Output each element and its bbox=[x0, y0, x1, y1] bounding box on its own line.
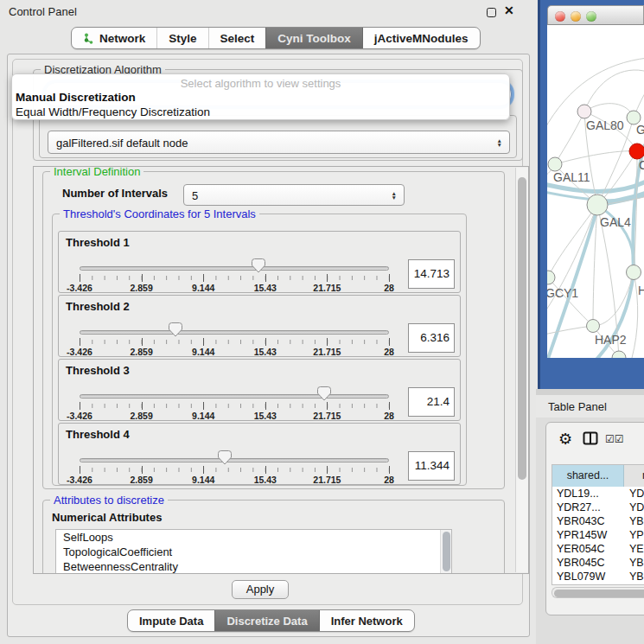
algorithm-dropdown-popup: Select algorithm to view settings Manual… bbox=[11, 73, 510, 120]
slider-ticks bbox=[80, 338, 389, 346]
network-icon bbox=[83, 33, 94, 44]
scrollbar-thumb[interactable] bbox=[518, 177, 526, 480]
table-toolbar: ⚙ ☑☑ bbox=[546, 428, 644, 452]
table-row[interactable]: YBL079WYBL0 bbox=[552, 570, 644, 583]
tick-major bbox=[142, 402, 143, 410]
number-of-intervals-value: 5 bbox=[192, 188, 198, 201]
table-row[interactable]: YPR145WYPR1 bbox=[552, 528, 644, 542]
tick-label: -3.426 bbox=[67, 283, 92, 293]
number-of-intervals-combobox[interactable]: 5 ▲▼ bbox=[183, 184, 405, 206]
table-row[interactable]: YER054CYER0 bbox=[552, 542, 644, 556]
scrollbar-thumb[interactable] bbox=[554, 590, 644, 597]
table-row[interactable]: YDR27...YDR2 bbox=[552, 501, 644, 514]
apply-button[interactable]: Apply bbox=[232, 580, 289, 599]
network-node-c[interactable] bbox=[629, 143, 644, 159]
table-row[interactable]: YBR043CYBR0 bbox=[552, 514, 644, 528]
attribute-item[interactable]: TopologicalCoefficient bbox=[56, 545, 451, 559]
tab-network[interactable]: Network bbox=[72, 28, 156, 48]
network-node-label: GCY1 bbox=[547, 286, 578, 300]
slider-track[interactable] bbox=[80, 266, 389, 271]
table-cell: YBR043C bbox=[552, 514, 627, 528]
tab-label: jActiveMNodules bbox=[374, 32, 469, 45]
network-node-hap2[interactable] bbox=[587, 320, 600, 333]
tick-label: -3.426 bbox=[67, 411, 92, 421]
tick-major bbox=[142, 466, 143, 474]
threshold-value-field[interactable]: 6.316 bbox=[408, 323, 455, 353]
threshold-value-field[interactable]: 21.4 bbox=[408, 387, 455, 417]
settings-gear-icon[interactable]: ⚙ bbox=[558, 430, 572, 449]
slider-handle[interactable] bbox=[317, 386, 331, 401]
threshold-slider-1: -3.4262.8599.14415.4321.71528 bbox=[80, 256, 389, 292]
slider-tick-labels: -3.4262.8599.14415.4321.71528 bbox=[80, 411, 389, 421]
table-cell: YBL0 bbox=[627, 570, 644, 583]
threshold-slider-2: -3.4262.8599.14415.4321.71528 bbox=[80, 320, 389, 356]
tick-label: 28 bbox=[384, 411, 394, 421]
split-columns-icon[interactable] bbox=[583, 431, 598, 449]
tick-label: 2.859 bbox=[130, 475, 152, 485]
select-columns-icon[interactable]: ☑☑ bbox=[605, 433, 624, 445]
panel-divider[interactable] bbox=[536, 389, 644, 395]
network-node-gal80[interactable] bbox=[577, 105, 591, 118]
tab-impute-data[interactable]: Impute Data bbox=[128, 610, 214, 631]
threshold-value-field[interactable]: 14.713 bbox=[408, 259, 455, 289]
attribute-item[interactable]: BetweennessCentrality bbox=[56, 559, 451, 574]
attribute-item[interactable]: SelfLoops bbox=[56, 530, 451, 545]
threshold-value-field[interactable]: 11.344 bbox=[408, 451, 455, 481]
slider-handle[interactable] bbox=[252, 258, 265, 273]
tick-major bbox=[265, 338, 266, 346]
tab-style[interactable]: Style bbox=[156, 28, 207, 48]
tab-label: Infer Network bbox=[331, 615, 403, 628]
table-row[interactable]: YBR045CYBR0 bbox=[552, 556, 644, 570]
panel-title: Control Panel bbox=[9, 5, 77, 18]
tab-label: Discretize Data bbox=[226, 615, 307, 628]
scrollbar-thumb[interactable] bbox=[443, 532, 450, 571]
tab-jactivemnodules[interactable]: jActiveMNodules bbox=[362, 28, 480, 48]
tick-label: 15.43 bbox=[254, 411, 277, 421]
column-header-name[interactable]: n bbox=[624, 465, 644, 487]
slider-handle[interactable] bbox=[218, 450, 232, 465]
close-icon[interactable]: ✕ bbox=[504, 3, 514, 17]
tick-major bbox=[203, 274, 204, 282]
attributes-scrollbar[interactable] bbox=[440, 530, 451, 574]
numerical-attributes-list[interactable]: SelfLoopsTopologicalCoefficientBetweenne… bbox=[55, 529, 452, 574]
top-tab-bar: Network Style Select Cyni Toolbox jActiv… bbox=[71, 27, 481, 49]
network-node-gal4[interactable] bbox=[587, 194, 608, 215]
tab-cyni-toolbox[interactable]: Cyni Toolbox bbox=[265, 28, 362, 48]
tab-select[interactable]: Select bbox=[208, 28, 266, 48]
network-node-label: GAL80 bbox=[586, 118, 624, 132]
tick-major bbox=[327, 338, 328, 346]
slider-handle[interactable] bbox=[169, 322, 182, 337]
table-header-row: shared... n bbox=[552, 465, 644, 487]
network-node-h[interactable] bbox=[627, 265, 641, 280]
dropdown-option-equal-width-frequency[interactable]: Equal Width/Frequency Discretization bbox=[16, 105, 210, 118]
table-horizontal-scrollbar[interactable] bbox=[552, 587, 644, 598]
column-header-shared-name[interactable]: shared... bbox=[552, 465, 624, 487]
table-cell: YBR0 bbox=[627, 514, 644, 528]
table-row[interactable]: YDL19...YDL1 bbox=[552, 487, 644, 501]
network-node-gal11[interactable] bbox=[548, 157, 562, 171]
network-canvas[interactable]: GAL80GACGAL11GAL4GCY1HHAP2 bbox=[547, 25, 644, 358]
slider-track[interactable] bbox=[80, 330, 389, 335]
interval-definition-groupbox: Interval Definition Number of Intervals … bbox=[42, 171, 505, 489]
network-node-label: GAL11 bbox=[553, 170, 590, 184]
threshold-label: Threshold 4 bbox=[66, 428, 130, 441]
table-cell: YDL1 bbox=[627, 487, 644, 501]
stepper-icon: ▲▼ bbox=[392, 190, 397, 200]
close-traffic-light[interactable] bbox=[555, 11, 565, 22]
attributes-groupbox: Attributes to discretize Numerical Attri… bbox=[42, 500, 505, 574]
settings-scrollbar[interactable] bbox=[515, 168, 528, 572]
dropdown-option-manual-discretization[interactable]: Manual Discretization bbox=[16, 91, 136, 104]
float-window-icon[interactable] bbox=[487, 8, 496, 17]
zoom-traffic-light[interactable] bbox=[586, 11, 596, 22]
tab-label: Network bbox=[99, 32, 145, 45]
network-node-gcy1[interactable] bbox=[547, 271, 555, 284]
minimize-traffic-light[interactable] bbox=[571, 11, 581, 22]
table-row[interactable]: YLR345WYLR3 bbox=[552, 583, 644, 585]
dropdown-placeholder: Select algorithm to view settings bbox=[12, 77, 509, 90]
slider-ticks bbox=[80, 274, 389, 282]
tab-discretize-data[interactable]: Discretize Data bbox=[214, 610, 318, 631]
slider-track[interactable] bbox=[80, 458, 389, 462]
slider-track[interactable] bbox=[80, 394, 389, 399]
tab-infer-network[interactable]: Infer Network bbox=[319, 610, 414, 631]
table-data-combobox[interactable]: galFiltered.sif default node ▲▼ bbox=[48, 131, 510, 154]
